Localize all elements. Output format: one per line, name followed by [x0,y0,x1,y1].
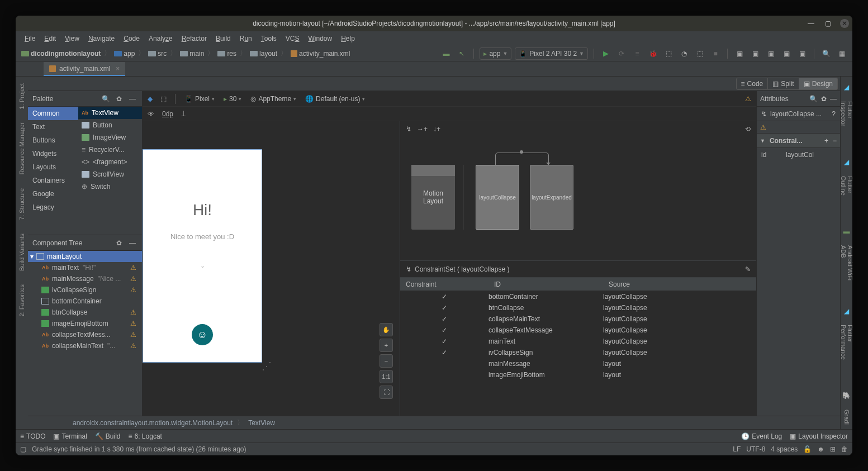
pi-textview[interactable]: AbTextView [78,107,142,119]
settings-button[interactable]: ▦ [836,47,848,60]
tool-flutter-outline[interactable]: Flutter Outline [838,172,853,218]
coverage-button[interactable]: ⬚ [662,47,675,60]
menu-analyze[interactable]: Analyze [145,34,176,44]
tool-resource-manager[interactable]: Resource Manager [17,118,27,179]
close-button[interactable]: ✕ [840,19,849,28]
select-mode-icon[interactable]: ◆ [146,95,154,103]
api-select[interactable]: ▸ 30 ▾ [221,95,244,103]
ct-item[interactable]: bottomContainer [28,296,142,307]
create-transition-icon[interactable]: ↯ [406,125,411,133]
menu-build[interactable]: Build [212,34,234,44]
flutter-icon-2[interactable]: ◢ [842,157,852,167]
constraintset-expanded[interactable]: layoutExpanded [530,165,573,230]
tab-close-icon[interactable]: × [116,65,120,73]
cat-containers[interactable]: Containers [28,174,78,187]
android-wifi-icon[interactable]: ▬ [842,226,852,236]
attr-row-id[interactable]: id layoutCol [757,148,840,161]
charset[interactable]: UTF-8 [746,445,765,453]
device-select[interactable]: 📱 Pixel ▾ [182,95,217,103]
constraint-row[interactable]: mainMessagelayout [400,358,756,369]
bc-res[interactable]: res [216,50,238,58]
ct-item[interactable]: btnCollapse⚠ [28,307,142,318]
create-click-icon[interactable]: →+ [417,125,428,133]
help-icon[interactable]: ? [832,110,836,118]
constraint-row[interactable]: ✓collapseTextMessagelayoutCollapse [400,325,756,336]
profile-button[interactable]: ◔ [678,47,690,60]
bc-file[interactable]: activity_main.xml [290,50,351,58]
view-options-icon[interactable]: 👁 [146,110,156,118]
attr-settings-icon[interactable]: ✿ [821,95,827,103]
line-ending[interactable]: LF [733,445,741,453]
view-split[interactable]: ▥ Split [768,78,799,90]
pi-recyclerview[interactable]: ≡RecyclerV... [78,144,142,156]
cycle-icon[interactable]: ⟲ [745,125,751,133]
ct-item[interactable]: AbcollapseTextMess...⚠ [28,329,142,340]
menu-tools[interactable]: Tools [258,34,280,44]
zoom-fit-button[interactable]: 1:1 [380,370,393,383]
view-design[interactable]: ▣ Design [799,78,838,90]
ct-item[interactable]: AbmainText"Hi!"⚠ [28,262,142,273]
tool-eventlog[interactable]: 🕒 Event Log [741,432,782,440]
gradle-icon[interactable]: 🐘 [842,391,852,401]
tool-todo[interactable]: ≡ TODO [20,432,45,440]
tool-favorites[interactable]: 2: Favorites [17,280,27,321]
warnings-icon[interactable]: ⚠ [743,95,753,103]
pi-scrollview[interactable]: ScrollView [78,168,142,180]
ct-item[interactable]: AbmainMessage"Nice ...⚠ [28,273,142,284]
android-icon[interactable]: ▬ [440,47,452,60]
tool-flutter-inspector[interactable]: Flutter Inspector [838,97,853,149]
locale-select[interactable]: 🌐 Default (en-us) ▾ [303,95,367,103]
tool-layout-inspector[interactable]: ▣ Layout Inspector [790,432,848,440]
zoom-in-button[interactable]: + [380,339,393,352]
cat-text[interactable]: Text [28,120,78,134]
inspect-icon[interactable]: ☻ [817,445,824,453]
avd-button[interactable]: ▣ [733,47,746,60]
device-surface[interactable]: Hi! Nice to meet you :D ⌄ ☺ ⋰ ✋ + − [143,121,400,416]
menu-file[interactable]: File [21,34,39,44]
editor-tab[interactable]: activity_main.xml × [44,62,125,76]
cat-google[interactable]: Google [28,187,78,201]
palette-settings-icon[interactable]: ✿ [114,95,124,103]
palette-search-icon[interactable]: 🔍 [101,95,111,103]
tree-settings-icon[interactable]: ✿ [114,239,124,247]
view-code[interactable]: ≡ Code [736,78,769,90]
flutter-icon[interactable]: ◢ [842,82,852,92]
bc-src[interactable]: src [147,50,168,58]
cat-common[interactable]: Common [28,107,78,120]
debug-button[interactable]: 🐞 [647,47,659,60]
tool-gradle[interactable]: Gradl [842,405,852,429]
menu-vcs[interactable]: VCS [282,34,303,44]
indent[interactable]: 4 spaces [771,445,798,453]
device-combo[interactable]: 📱Pixel 2 API 30 2▼ [515,47,588,60]
resize-handle-icon[interactable]: ⋰ [262,360,272,372]
pi-fragment[interactable]: <><fragment> [78,156,142,168]
apply-code-button[interactable]: ≡ [631,47,643,60]
remove-attr-icon[interactable]: − [833,137,837,145]
emulator-button[interactable]: ▣ [796,47,808,60]
constraint-row[interactable]: ✓btnCollapselayoutCollapse [400,302,756,313]
bc-app[interactable]: app [113,50,136,58]
resource-button[interactable]: ▣ [765,47,777,60]
pan-mode-icon[interactable]: ⬚ [159,95,168,103]
run-config-combo[interactable]: ▸app▼ [480,47,511,60]
lock-icon[interactable]: 🔓 [803,445,812,453]
pan-button[interactable]: ✋ [380,323,393,336]
menu-window[interactable]: Window [305,34,335,44]
add-attr-icon[interactable]: + [824,137,828,145]
cat-buttons[interactable]: Buttons [28,134,78,147]
search-button[interactable]: 🔍 [820,47,832,60]
menu-refactor[interactable]: Refactor [178,34,210,44]
menu-edit[interactable]: Edit [41,34,59,44]
sdk-button[interactable]: ▣ [749,47,761,60]
ct-item[interactable]: ivCollapseSign⚠ [28,284,142,296]
constraint-row[interactable]: ✓bottomContainerlayoutCollapse [400,291,756,302]
cat-legacy[interactable]: Legacy [28,201,78,214]
ct-item[interactable]: AbcollapseMainText"...⚠ [28,340,142,351]
run-button[interactable]: ▶ [600,47,612,60]
flutter-icon-3[interactable]: ◢ [842,306,852,316]
zoom-out-button[interactable]: − [380,354,393,368]
phone-preview[interactable]: Hi! Nice to meet you :D ⌄ ☺ ⋰ [143,149,262,363]
bc-layout[interactable]: layout [249,50,278,58]
constraint-row[interactable]: ✓mainTextlayoutCollapse [400,336,756,347]
create-swipe-icon[interactable]: ↓+ [433,125,440,133]
